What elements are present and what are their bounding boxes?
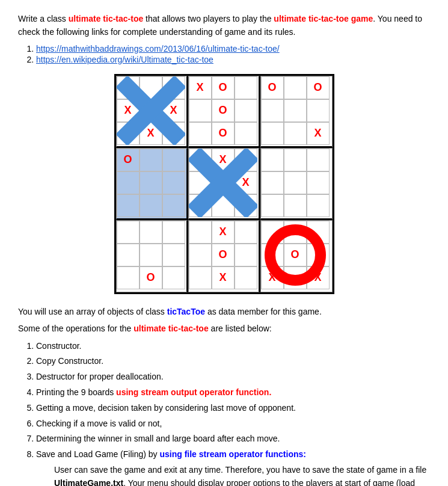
cell-2-2-3	[261, 244, 284, 266]
cell-1-2-5	[307, 171, 330, 194]
x-mark: X	[268, 271, 275, 284]
op-2: Copy Constructor.	[36, 354, 430, 369]
link-item-2: https://en.wikipedia.org/wiki/Ultimate_t…	[36, 55, 430, 64]
op-7: Determining the winner in small and larg…	[36, 432, 430, 446]
o-mark: O	[146, 271, 155, 284]
bottom-paragraph-2: Some of the operations for the ultimate …	[18, 322, 430, 335]
links-list: https://mathwithbaddrawings.com/2013/06/…	[36, 44, 430, 64]
o-mark: O	[218, 127, 227, 140]
o-mark: O	[218, 81, 227, 94]
o-mark: O	[268, 81, 276, 94]
bottom-text1: You will use an array of objects of clas…	[18, 307, 167, 316]
cell-0-2-8: X	[307, 122, 330, 145]
small-board-1-1: X X X O X O	[188, 148, 260, 220]
cell-2-0-0	[117, 221, 140, 244]
cell-1-1-1: X	[212, 149, 235, 171]
cell-2-0-7: O	[140, 266, 162, 289]
cell-1-1-5: X	[235, 171, 257, 194]
cell-2-1-1: X	[212, 221, 235, 244]
cell-0-2-7	[284, 122, 307, 145]
op-1: Constructor.	[36, 339, 430, 354]
small-board-0-2: O O X	[260, 76, 333, 148]
cell-1-0-1	[140, 149, 162, 171]
cell-2-1-7: X	[212, 266, 235, 289]
x-mark: X	[314, 271, 321, 284]
cell-1-1-6	[189, 194, 212, 217]
operations-list: Constructor. Copy Constructor. Destructo…	[36, 339, 430, 486]
bottom-highlight2: ultimate tic-tac-toe	[133, 324, 208, 333]
cell-2-1-8	[235, 266, 257, 289]
op-3: Destructor for proper deallocation.	[36, 370, 430, 384]
bottom-highlight1: ticTacToe	[167, 307, 205, 316]
o-mark: O	[290, 248, 299, 261]
cell-1-0-5	[162, 171, 185, 194]
o-mark: O	[313, 81, 322, 94]
o-mark: O	[218, 248, 227, 261]
intro-text2: that allows two players to play the	[143, 14, 274, 23]
link-2[interactable]: https://en.wikipedia.org/wiki/Ultimate_t…	[36, 55, 213, 64]
intro-highlight1: ultimate tic-tac-toe	[69, 14, 143, 23]
o-mark: O	[123, 153, 132, 166]
cell-1-0-2	[162, 149, 185, 171]
op-6: Checking if a move is valid or not,	[36, 417, 430, 431]
cell-0-1-4: O	[212, 99, 235, 122]
small-board-2-1: X O X	[188, 220, 260, 292]
cell-2-1-3	[189, 244, 212, 266]
op-5: Getting a move, decision taken by consid…	[36, 401, 430, 416]
o-mark: O	[218, 176, 227, 189]
cell-0-1-2	[235, 76, 257, 99]
cell-2-1-5	[235, 244, 257, 266]
big-board: O X X X X X O O O O O	[114, 74, 334, 294]
cell-2-0-4	[140, 244, 162, 266]
cell-1-1-2: X	[235, 149, 257, 171]
cell-2-2-6: X	[261, 266, 284, 289]
cell-0-2-5	[307, 99, 330, 122]
cell-2-2-1	[284, 221, 307, 244]
game-board-container: O X X X X X O O O O O	[18, 74, 430, 294]
cell-2-2-8: X	[307, 266, 330, 289]
op-4-highlight: using stream output operator function.	[116, 387, 271, 397]
small-board-0-0: O X X X X	[116, 76, 188, 148]
cell-0-0-1	[140, 76, 162, 99]
cell-1-1-4: O	[212, 171, 235, 194]
cell-0-0-0: O	[117, 76, 140, 99]
cell-0-2-0: O	[261, 76, 284, 99]
link-item-1: https://mathwithbaddrawings.com/2013/06/…	[36, 44, 430, 54]
cell-0-1-5	[235, 99, 257, 122]
x-mark: X	[219, 271, 226, 284]
cell-0-1-0: X	[189, 76, 212, 99]
cell-1-0-0: O	[117, 149, 140, 171]
o-mark: O	[123, 81, 132, 94]
cell-0-2-2: O	[307, 76, 330, 99]
cell-2-2-4: O	[284, 244, 307, 266]
cell-2-1-0	[189, 221, 212, 244]
op-8-subtext: User can save the game and exit at any t…	[54, 463, 430, 486]
cell-1-1-0: X	[189, 149, 212, 171]
cell-0-1-6	[189, 122, 212, 145]
x-mark: X	[170, 81, 177, 94]
cell-2-2-5	[307, 244, 330, 266]
small-board-2-2: O X X	[260, 220, 333, 292]
cell-0-2-6	[261, 122, 284, 145]
cell-2-1-6	[189, 266, 212, 289]
bottom-text3: Some of the operations for the	[18, 324, 133, 333]
bottom-text2: as data member for this game.	[205, 307, 322, 316]
cell-0-2-3	[261, 99, 284, 122]
cell-2-0-8	[162, 266, 185, 289]
cell-0-0-3: X	[117, 99, 140, 122]
o-mark: O	[241, 199, 250, 212]
small-board-1-0: O	[116, 148, 188, 220]
x-mark: X	[196, 153, 203, 166]
cell-1-2-7	[284, 194, 307, 217]
cell-2-2-0	[261, 221, 284, 244]
cell-1-2-4	[284, 171, 307, 194]
op-8-highlight: using file stream operator functions:	[159, 449, 305, 459]
x-mark: X	[170, 104, 177, 117]
x-mark: X	[242, 153, 249, 166]
cell-0-0-8	[162, 122, 185, 145]
op-8: Save and Load Game (Filing) by using fil…	[36, 448, 430, 486]
o-mark: O	[218, 104, 227, 117]
link-1[interactable]: https://mathwithbaddrawings.com/2013/06/…	[36, 44, 280, 54]
cell-0-1-1: O	[212, 76, 235, 99]
small-board-2-0: O	[116, 220, 188, 292]
